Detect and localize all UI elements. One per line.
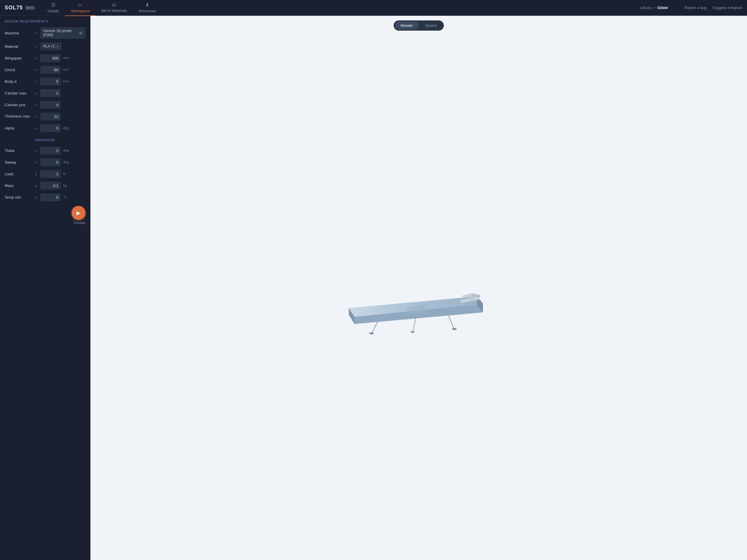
breadcrumb-current: Glider <box>658 5 669 10</box>
view-toggle: Render Sketch <box>394 20 444 31</box>
tempmin-eq: ≤ <box>33 195 38 199</box>
alpha-unit: deg <box>63 126 71 130</box>
cambermax-row: Camber max = <box>0 87 90 99</box>
mass-eq: ≤ <box>33 183 38 188</box>
sweep-label: Sweep <box>5 160 31 164</box>
design-requirements-title: DESIGN REQUIREMENTS <box>0 16 90 25</box>
alpha-eq: = <box>33 126 38 130</box>
mass-label: Mass <box>5 183 31 188</box>
sweep-eq: = <box>33 160 38 164</box>
sweep-input[interactable] <box>40 158 61 166</box>
render-button[interactable]: Render <box>395 22 419 29</box>
tab-details-label: Details <box>48 9 59 13</box>
beta-badge: BETA <box>25 6 35 10</box>
machine-value: Generic 3D printer (FDM) <box>43 29 79 37</box>
bodyd-eq: = <box>33 79 38 84</box>
camberpos-label: Camber pos <box>5 103 31 107</box>
load-label: Load <box>5 172 31 176</box>
breadcrumb-parent: Library <box>640 5 651 10</box>
details-icon: ☰ <box>51 2 55 7</box>
report-bug-link[interactable]: Report a bug <box>685 5 706 10</box>
theta-unit: deg <box>63 149 71 153</box>
theta-row: Theta = deg <box>0 145 90 156</box>
chord-row: Chord = mm <box>0 64 90 76</box>
wheel-right-rear <box>452 328 457 330</box>
nav-tabs: ☰ Details ▷ Workspace 🗂 Bill of Material… <box>42 0 640 16</box>
theta-input[interactable] <box>40 147 61 155</box>
theta-label: Theta <box>5 149 31 153</box>
chord-eq: = <box>33 68 38 72</box>
tab-bom[interactable]: 🗂 Bill of Materials <box>96 0 133 16</box>
chevron-down-icon: ▾ <box>57 45 59 48</box>
main-layout: DESIGN REQUIREMENTS Machine = Generic 3D… <box>0 16 747 560</box>
sweep-unit: deg <box>63 160 71 164</box>
thicknessmax-row: Thickness max = <box>0 110 90 122</box>
load-row: Load ≥ N <box>0 168 90 180</box>
download-icon: ⬇ <box>145 2 149 7</box>
wheel-center <box>411 331 415 333</box>
material-selector[interactable]: PLA +2 ▾ <box>40 43 61 50</box>
tempmin-unit: °C <box>63 195 71 199</box>
wingspan-input[interactable] <box>40 54 61 62</box>
sketch-button[interactable]: Sketch <box>419 22 443 29</box>
tab-download[interactable]: ⬇ Download <box>133 0 162 16</box>
chord-unit: mm <box>63 68 71 72</box>
wingspan-row: Wingspan = mm <box>0 52 90 64</box>
divider-line-left <box>5 140 32 140</box>
compile-area: ▶ Compile <box>0 203 90 228</box>
wheel-left-front <box>369 332 374 335</box>
tempmin-input[interactable] <box>40 193 61 201</box>
bodyd-input[interactable] <box>40 78 61 85</box>
material-label: Material <box>5 44 31 49</box>
thicknessmax-input[interactable] <box>40 113 61 121</box>
camberpos-input[interactable] <box>40 101 61 109</box>
landing-gear-left-front <box>372 321 378 333</box>
sweep-row: Sweep = deg <box>0 156 90 168</box>
landing-gear-right-rear <box>448 314 454 328</box>
render-area <box>91 35 747 560</box>
mass-unit: kg <box>63 183 71 188</box>
material-eq: = <box>33 44 38 49</box>
left-panel: DESIGN REQUIREMENTS Machine = Generic 3D… <box>0 16 91 560</box>
alpha-label: Alpha <box>5 126 31 130</box>
chord-label: Chord <box>5 68 31 72</box>
compile-label: Compile <box>74 221 85 224</box>
advanced-divider: ADVANCED <box>0 136 90 145</box>
compile-button[interactable]: ▶ <box>72 206 85 220</box>
alpha-input[interactable] <box>40 124 61 132</box>
machine-selector[interactable]: Generic 3D printer (FDM) ⚙ <box>40 27 85 39</box>
nav-right: Library > Glider Report a bug Suggest a … <box>640 5 742 10</box>
tab-workspace-label: Workspace <box>71 9 90 13</box>
thicknessmax-eq: = <box>33 114 38 119</box>
tempmin-label: Temp min <box>5 195 31 199</box>
machine-label: Machine <box>5 31 31 35</box>
mass-input[interactable] <box>40 182 61 190</box>
thicknessmax-label: Thickness max <box>5 114 31 119</box>
gear-icon[interactable]: ⚙ <box>79 31 83 35</box>
breadcrumb-separator: > <box>653 5 656 10</box>
bodyd-unit: mm <box>63 79 71 83</box>
mass-row: Mass ≤ kg <box>0 180 90 191</box>
cambermax-input[interactable] <box>40 89 61 97</box>
theta-eq: = <box>33 149 38 153</box>
glider-render <box>337 242 500 353</box>
load-eq: ≥ <box>33 172 38 176</box>
tempmin-row: Temp min ≤ °C <box>0 191 90 203</box>
cambermax-eq: = <box>33 91 38 96</box>
camberpos-row: Camber pos = <box>0 99 90 110</box>
load-input[interactable] <box>40 170 61 178</box>
tab-details[interactable]: ☰ Details <box>42 0 65 16</box>
load-unit: N <box>63 172 71 176</box>
bom-icon: 🗂 <box>112 2 117 7</box>
divider-line-right <box>58 140 85 140</box>
top-links: Report a bug Suggest a feature <box>685 5 742 10</box>
chord-input[interactable] <box>40 66 61 74</box>
tab-workspace[interactable]: ▷ Workspace <box>65 0 96 16</box>
wingspan-label: Wingspan <box>5 56 31 60</box>
suggest-feature-link[interactable]: Suggest a feature <box>712 5 742 10</box>
material-row: Material = PLA +2 ▾ <box>0 41 90 52</box>
breadcrumb: Library > Glider <box>640 5 668 10</box>
top-nav: SOL75 BETA ☰ Details ▷ Workspace 🗂 Bill … <box>0 0 747 16</box>
bodyd-label: Body d <box>5 79 31 84</box>
right-panel: Render Sketch <box>91 16 747 560</box>
